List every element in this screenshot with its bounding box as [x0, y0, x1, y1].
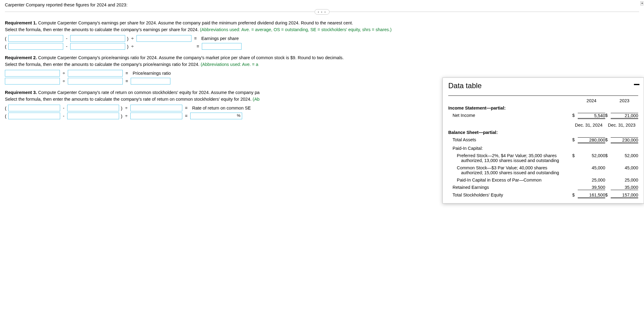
req1-title: Requirement 1.	[5, 20, 37, 25]
col-date-2024: Dec. 31, 2024	[572, 123, 605, 123]
req2-term-a[interactable]	[5, 70, 60, 77]
req1-val-a[interactable]	[8, 43, 63, 50]
income-header: Income Statement—partial:	[448, 104, 638, 112]
req3-title: Requirement 3.	[5, 90, 37, 95]
lparen: (	[5, 113, 6, 119]
req1-result-label: Earnings per share	[201, 36, 239, 41]
rparen: )	[121, 106, 122, 111]
ellipsis-pill[interactable]: • • •	[315, 9, 330, 15]
minus: -	[65, 36, 68, 41]
req1-result[interactable]	[202, 43, 242, 50]
req2-term-b[interactable]	[68, 70, 123, 77]
req1-formula-row-1: ( - ) ÷ = Earnings per share	[5, 35, 639, 42]
req1-abbr: (Abbreviations used: Ave. = average, OS …	[200, 27, 392, 32]
rparen: )	[127, 44, 129, 49]
req3-term-b[interactable]	[67, 105, 119, 111]
req3-result-label: Rate of return on common SE	[192, 106, 251, 110]
req3-term-a[interactable]	[8, 105, 60, 111]
req2-select-prefix: Select the formula, then enter the amoun…	[5, 62, 201, 67]
req2-result-label: Price/earnings ratio	[133, 71, 171, 76]
divider: • • •	[5, 12, 639, 12]
minimize-icon[interactable]	[634, 82, 641, 86]
col-2024: 2024	[578, 98, 605, 103]
req3-val-b[interactable]	[67, 113, 119, 119]
req1-term-a[interactable]	[8, 35, 63, 42]
req2-abbr: (Abbreviations used: Ave. = a	[201, 62, 258, 67]
lparen: (	[5, 106, 6, 111]
col-2023: 2023	[611, 98, 638, 103]
req2-title: Requirement 2.	[5, 55, 37, 60]
minus: -	[62, 113, 65, 118]
equals: =	[193, 36, 198, 41]
equals: =	[184, 106, 188, 110]
divide: ÷	[62, 71, 66, 76]
requirement-2: Requirement 2. Compute Carpenter Company…	[5, 55, 639, 60]
lparen: (	[5, 44, 6, 49]
req2-text: Compute Carpenter Company's price/earnin…	[37, 55, 344, 60]
col-date-2023: Dec. 31, 2023	[605, 123, 638, 123]
data-table-title: Data table	[448, 81, 638, 90]
req2-formula-row-1: ÷ = Price/earnings ratio	[5, 70, 639, 77]
net-income-2023: 21,000	[611, 113, 638, 119]
minus: -	[62, 106, 65, 110]
req1-text: Compute Carpenter Company's earnings per…	[37, 20, 353, 25]
intro-text: Carpenter Company reported these figures…	[5, 2, 639, 7]
year-header-row: 2024 2023	[448, 97, 638, 104]
divide: ÷	[124, 113, 129, 118]
rparen: )	[127, 36, 129, 41]
equals: =	[184, 113, 188, 118]
req1-select-prefix: Select the formula, then enter the amoun…	[5, 27, 200, 32]
rparen: )	[121, 113, 122, 119]
scroll-up-icon[interactable]	[640, 1, 643, 5]
req3-text: Compute Carpenter Company's rate of retu…	[37, 90, 260, 95]
req3-val-c[interactable]	[130, 113, 182, 119]
date-header-row: Dec. 31, 2024 Dec. 31, 2023	[448, 121, 638, 123]
req1-formula-row-2: ( - ) ÷ =	[5, 43, 639, 50]
req3-result[interactable]	[190, 113, 242, 119]
req2-select-line: Select the formula, then enter the amoun…	[5, 62, 639, 67]
equals: =	[125, 79, 129, 84]
req2-result[interactable]	[131, 78, 170, 85]
lparen: (	[5, 36, 6, 41]
divide: ÷	[130, 44, 135, 49]
req2-val-b[interactable]	[68, 78, 123, 85]
req1-val-b[interactable]	[70, 43, 125, 50]
equals: =	[125, 71, 129, 76]
req2-val-a[interactable]	[5, 78, 60, 85]
req1-term-b[interactable]	[70, 35, 125, 42]
equals: =	[196, 44, 200, 49]
net-income-2024: 5,540	[578, 113, 605, 119]
data-table-modal: Data table 2024 2023 Income Statement—pa…	[442, 77, 644, 123]
requirement-1: Requirement 1. Compute Carpenter Company…	[5, 20, 639, 25]
divide: ÷	[62, 79, 66, 84]
req1-term-c[interactable]	[136, 35, 191, 42]
req3-term-c[interactable]	[130, 105, 182, 111]
divide: ÷	[124, 106, 129, 110]
req3-abbr: (Ab	[253, 97, 260, 102]
minus: -	[65, 44, 68, 49]
req3-select-prefix: Select the formula, then enter the amoun…	[5, 97, 253, 102]
req1-select-line: Select the formula, then enter the amoun…	[5, 27, 639, 32]
net-income-row: Net Income $ 5,540 $ 21,000	[448, 112, 638, 120]
req3-val-a[interactable]	[8, 113, 60, 119]
divide: ÷	[130, 36, 135, 41]
